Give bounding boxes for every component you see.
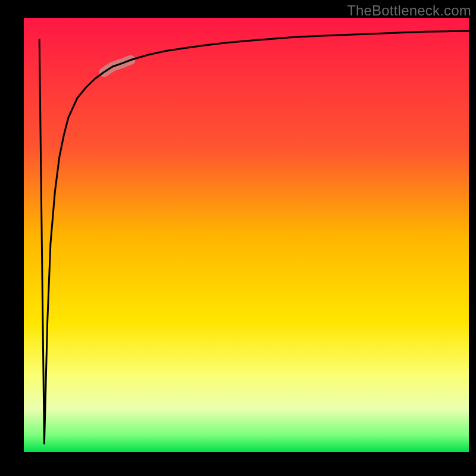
chart-svg bbox=[0, 0, 476, 476]
bottleneck-chart: TheBottleneck.com bbox=[0, 0, 476, 476]
watermark: TheBottleneck.com bbox=[347, 2, 471, 19]
